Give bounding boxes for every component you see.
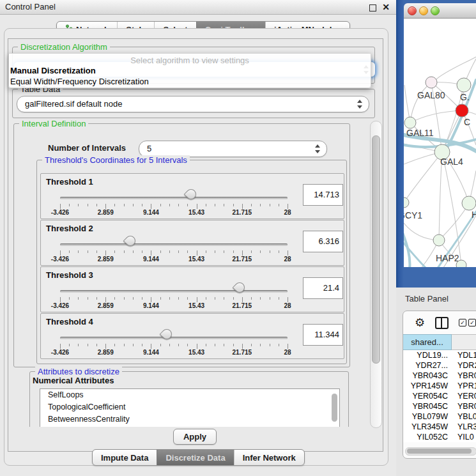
slider-tick xyxy=(279,344,279,346)
slider-tick xyxy=(270,204,270,206)
slider-tick xyxy=(260,204,261,206)
cell-name: YBR0 xyxy=(451,401,476,411)
slider-tick xyxy=(105,344,106,349)
close-traffic-light-icon[interactable] xyxy=(408,6,417,15)
scrollbar-thumb[interactable] xyxy=(407,449,472,454)
threshold-label: Threshold 1 xyxy=(46,177,93,187)
slider-tick xyxy=(206,344,206,346)
slider-tick xyxy=(224,250,224,253)
slider-tick xyxy=(224,344,224,346)
slider-tick xyxy=(215,250,215,253)
network-canvas[interactable]: GAL80G.CGAL11GAL4GCY1HHAP2 xyxy=(404,19,476,267)
slider-scale-label: 9.144 xyxy=(143,209,159,216)
checkbox-icons[interactable]: ✓ ✓ xyxy=(459,319,476,326)
table-row[interactable]: YLR345WYLR3 xyxy=(403,422,476,432)
threshold-value-field[interactable]: 14.713 xyxy=(303,184,343,206)
threshold-value-field[interactable]: 6.316 xyxy=(303,231,343,252)
network-node-label: GAL80 xyxy=(417,90,445,100)
app-root: Control Panel ✕ NetworkStyleSelectCyni T… xyxy=(0,0,476,476)
network-node-h[interactable] xyxy=(462,196,476,210)
algorithm-option-manual[interactable]: Manual Discretization xyxy=(10,66,96,75)
slider-tick xyxy=(251,297,252,300)
slider-tick xyxy=(260,250,261,253)
slider-tick xyxy=(69,204,70,206)
slider-tick xyxy=(288,297,288,302)
network-node-gcy1[interactable] xyxy=(404,197,409,208)
slider-tick xyxy=(242,250,243,256)
slider-tick xyxy=(288,250,288,256)
table-row[interactable]: YBR043CYBR0 xyxy=(403,371,476,381)
threshold-value-field[interactable]: 11.344 xyxy=(303,324,343,346)
slider-track[interactable] xyxy=(60,290,288,293)
tab-discretize-data[interactable]: Discretize Data xyxy=(157,450,233,465)
attribute-item[interactable]: SelfLoops xyxy=(40,389,339,401)
tab-label: Impute Data xyxy=(101,453,148,463)
table-row[interactable]: YDR27...YDR2 xyxy=(403,360,476,371)
numerical-attributes-list[interactable]: SelfLoopsTopologicalCoefficientBetweenne… xyxy=(40,388,340,427)
table-row[interactable]: YPR145WYPR1 xyxy=(403,381,476,391)
network-node-c[interactable] xyxy=(456,104,468,117)
slider-tick xyxy=(187,344,188,346)
slider-tick xyxy=(142,297,142,300)
network-node-label: C xyxy=(464,117,470,127)
slider-tick xyxy=(160,344,161,346)
float-window-icon[interactable] xyxy=(369,4,376,12)
slider-tick xyxy=(151,297,151,302)
slider-tick xyxy=(69,297,70,300)
scrollbar-thumb[interactable] xyxy=(332,394,337,422)
network-node-hap2[interactable] xyxy=(433,234,445,246)
network-window-titlebar[interactable] xyxy=(404,3,476,19)
table-row[interactable]: YBR045CYBR0 xyxy=(403,401,476,411)
network-edge xyxy=(404,152,442,203)
slider-track[interactable] xyxy=(60,197,288,199)
algorithm-option-equal-width[interactable]: Equal Width/Frequency Discretization xyxy=(10,77,149,86)
scrollbar-thumb[interactable] xyxy=(372,135,380,364)
network-node-gal11[interactable] xyxy=(404,117,416,128)
slider-tick xyxy=(178,204,179,206)
network-node-gal80[interactable] xyxy=(426,77,437,88)
cell-shared-name: YBR043C xyxy=(403,371,451,381)
threshold-value-field[interactable]: 21.4 xyxy=(303,277,343,299)
network-node-label: G. xyxy=(460,92,470,102)
tab-infer-network[interactable]: Infer Network xyxy=(234,450,304,465)
zoom-traffic-light-icon[interactable] xyxy=(431,6,440,15)
column-header-shared-name[interactable]: shared... xyxy=(403,334,452,350)
table-row[interactable]: YDL19...YDL1 xyxy=(403,350,476,360)
slider-tick xyxy=(60,297,61,302)
table-panel-section: Table Panel ⚙ ✓ ✓ shared... name YDL19..… xyxy=(396,288,476,476)
minimize-traffic-light-icon[interactable] xyxy=(419,6,428,15)
threshold-panel: Threshold 1-3.4262.8599.14415.4321.71528… xyxy=(40,173,344,219)
slider-track[interactable] xyxy=(60,243,288,246)
apply-button[interactable]: Apply xyxy=(173,429,217,445)
slider-tick xyxy=(78,297,79,300)
gear-icon[interactable]: ⚙ xyxy=(415,317,425,328)
slider-track[interactable] xyxy=(60,337,288,339)
slider-scale-label: -3.426 xyxy=(51,302,69,309)
cell-name: YBL0 xyxy=(451,411,476,422)
slider-tick xyxy=(124,250,125,253)
slider-tick xyxy=(224,204,224,206)
slider-tick xyxy=(69,344,70,346)
table-data-combobox[interactable]: galFiltered.sif default node xyxy=(17,96,369,112)
close-icon[interactable]: ✕ xyxy=(381,1,391,13)
network-node-g-[interactable] xyxy=(457,78,471,92)
slider-tick xyxy=(233,297,234,300)
tab-impute-data[interactable]: Impute Data xyxy=(93,450,157,465)
number-of-intervals-label: Number of Intervals xyxy=(48,141,126,156)
table-row[interactable]: YER054CYER0 xyxy=(403,391,476,401)
network-node[interactable] xyxy=(456,260,466,267)
slider-tick xyxy=(151,204,151,209)
slider-tick xyxy=(160,204,161,206)
slider-tick xyxy=(133,344,134,346)
split-column-icon[interactable] xyxy=(435,317,449,329)
table-row[interactable]: YBL079WYBL0 xyxy=(403,411,476,422)
column-header-name[interactable]: name xyxy=(452,334,476,350)
combo-arrows-icon xyxy=(357,99,362,109)
slider-tick xyxy=(270,297,270,300)
slider-tick xyxy=(242,344,243,349)
slider-scale-label: 15.43 xyxy=(188,209,204,216)
attribute-item[interactable]: TopologicalCoefficient xyxy=(40,401,339,413)
attribute-item[interactable]: BetweennessCentrality xyxy=(40,413,339,426)
slider-tick xyxy=(178,250,179,253)
table-row[interactable]: YIL052CYIL0 xyxy=(403,432,476,442)
